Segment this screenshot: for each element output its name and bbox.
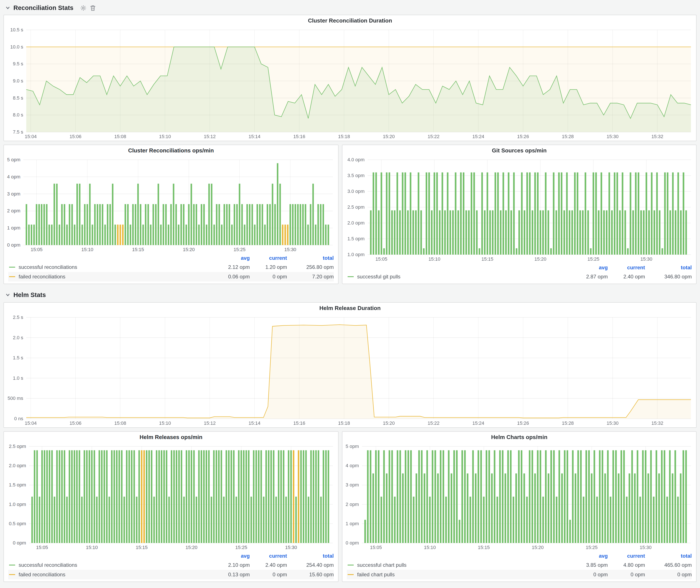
legend-row-successful: successful git pulls 2.87 opm 2.40 opm 3… <box>347 272 692 281</box>
svg-text:15:08: 15:08 <box>114 420 126 426</box>
svg-text:3 opm: 3 opm <box>7 191 20 197</box>
svg-text:15:05: 15:05 <box>370 545 382 550</box>
helm-charts-ops-chart[interactable]: 0 opm1 opm2 opm3 opm4 opm5 opm15:0515:10… <box>342 443 696 552</box>
series-color-swatch <box>9 574 15 575</box>
svg-text:15:16: 15:16 <box>293 134 305 139</box>
legend-col-avg[interactable]: avg <box>213 255 250 261</box>
svg-text:2.0 s: 2.0 s <box>13 335 23 340</box>
legend-label[interactable]: failed reconciliations <box>19 572 213 578</box>
section-title[interactable]: Helm Stats <box>13 291 46 298</box>
svg-text:0 ns: 0 ns <box>14 416 23 421</box>
svg-text:0 opm: 0 opm <box>13 540 26 546</box>
legend-total-value: 15.60 opm <box>287 572 334 578</box>
svg-text:15:30: 15:30 <box>640 545 652 550</box>
svg-text:15:10: 15:10 <box>428 256 440 262</box>
helm-release-duration-chart[interactable]: 0 ns500 ms1.0 s1.5 s2.0 s2.5 s15:0415:06… <box>4 314 696 427</box>
svg-text:15:18: 15:18 <box>338 134 350 139</box>
svg-text:15:26: 15:26 <box>517 134 529 139</box>
svg-text:7.5 s: 7.5 s <box>13 129 23 135</box>
svg-text:15:28: 15:28 <box>562 134 574 139</box>
legend-col-current[interactable]: current <box>608 553 645 559</box>
svg-text:15:15: 15:15 <box>136 545 148 550</box>
chevron-down-icon[interactable] <box>5 292 10 297</box>
svg-text:15:22: 15:22 <box>427 134 439 139</box>
series-color-swatch <box>9 565 15 565</box>
svg-text:5 opm: 5 opm <box>7 157 20 162</box>
legend-current-value: 0 opm <box>250 274 287 280</box>
panel-cluster-reconciliation-duration: Cluster Reconciliation Duration 7.5 s8.0… <box>3 15 697 141</box>
svg-text:15:20: 15:20 <box>532 545 544 550</box>
panel-title[interactable]: Helm Charts ops/min <box>342 432 696 443</box>
legend-avg-value: 0.06 opm <box>213 274 250 280</box>
legend-col-current[interactable]: current <box>250 553 287 559</box>
svg-text:10.5 s: 10.5 s <box>10 27 23 32</box>
svg-text:15:30: 15:30 <box>640 256 652 262</box>
trash-icon[interactable] <box>89 5 96 11</box>
legend-row-successful: successful reconciliations 2.10 opm 2.40… <box>8 560 334 570</box>
legend-col-total[interactable]: total <box>645 553 692 559</box>
svg-text:15:20: 15:20 <box>383 134 395 139</box>
section-title[interactable]: Reconciliation Stats <box>13 4 73 11</box>
svg-text:1.5 opm: 1.5 opm <box>9 482 26 488</box>
svg-text:15:06: 15:06 <box>69 134 81 139</box>
legend-col-current[interactable]: current <box>608 265 645 271</box>
svg-text:15:20: 15:20 <box>183 247 195 252</box>
gear-icon[interactable] <box>80 5 86 11</box>
legend-label[interactable]: successful reconciliations <box>19 264 213 270</box>
legend-col-current[interactable]: current <box>250 255 287 261</box>
legend-col-total[interactable]: total <box>287 255 334 261</box>
legend-total-value: 346.80 opm <box>645 274 692 280</box>
svg-text:15:10: 15:10 <box>81 247 93 252</box>
legend-avg-value: 2.12 opm <box>213 264 250 270</box>
svg-text:2.5 opm: 2.5 opm <box>9 444 26 449</box>
panel-title[interactable]: Git Sources ops/min <box>342 145 696 156</box>
legend-label[interactable]: failed chart pulls <box>357 572 571 578</box>
svg-text:15:06: 15:06 <box>69 420 81 426</box>
legend-current-value: 4.80 opm <box>608 562 645 568</box>
svg-text:15:04: 15:04 <box>25 420 37 426</box>
svg-text:15:30: 15:30 <box>284 247 296 252</box>
panel-title[interactable]: Cluster Reconciliations ops/min <box>4 145 338 156</box>
helm-releases-ops-chart[interactable]: 0 opm0.5 opm1.0 opm1.5 opm2.0 opm2.5 opm… <box>4 443 338 552</box>
svg-text:15:15: 15:15 <box>132 247 144 252</box>
git-sources-ops-chart[interactable]: 1.0 opm1.5 opm2.0 opm2.5 opm3.0 opm3.5 o… <box>342 156 696 263</box>
svg-text:15:26: 15:26 <box>517 420 529 426</box>
svg-text:2 opm: 2 opm <box>7 208 20 213</box>
svg-text:1.0 opm: 1.0 opm <box>347 252 365 257</box>
legend: avg current total successful reconciliat… <box>4 254 338 284</box>
legend-col-total[interactable]: total <box>287 553 334 559</box>
svg-text:0 opm: 0 opm <box>346 540 359 546</box>
dashboard: Reconciliation Stats Cluster Reconciliat… <box>0 0 700 585</box>
cluster-reconciliations-ops-chart[interactable]: 0 opm1 opm2 opm3 opm4 opm5 opm15:0515:10… <box>4 156 338 254</box>
svg-text:1.0 opm: 1.0 opm <box>9 502 26 507</box>
panel-helm-charts-ops: Helm Charts ops/min 0 opm1 opm2 opm3 opm… <box>342 431 697 582</box>
legend-col-total[interactable]: total <box>645 265 692 271</box>
legend-label[interactable]: failed reconciliations <box>19 274 213 280</box>
legend-row-successful: successful chart pulls 3.85 opm 4.80 opm… <box>347 560 692 570</box>
legend-col-avg[interactable]: avg <box>571 265 608 271</box>
legend-label[interactable]: successful chart pulls <box>357 562 571 568</box>
legend-col-avg[interactable]: avg <box>213 553 250 559</box>
svg-text:15:28: 15:28 <box>562 420 574 426</box>
legend-col-avg[interactable]: avg <box>571 553 608 559</box>
section-header-helm-stats[interactable]: Helm Stats <box>3 288 697 301</box>
svg-text:4.0 opm: 4.0 opm <box>347 157 365 162</box>
panel-title[interactable]: Helm Releases ops/min <box>4 432 338 443</box>
legend-label[interactable]: successful reconciliations <box>19 562 213 568</box>
legend-header: avg current total <box>8 552 334 560</box>
legend-row-failed: failed chart pulls 0 opm 0 opm 0 opm <box>347 570 692 579</box>
section-header-reconciliation-stats[interactable]: Reconciliation Stats <box>3 2 697 14</box>
panel-title[interactable]: Cluster Reconciliation Duration <box>4 15 696 26</box>
panel-title[interactable]: Helm Release Duration <box>4 303 696 314</box>
legend-row-failed: failed reconciliations 0.06 opm 0 opm 7.… <box>8 272 334 281</box>
svg-text:15:25: 15:25 <box>587 256 599 262</box>
legend-total-value: 256.80 opm <box>287 264 334 270</box>
chevron-down-icon[interactable] <box>5 5 10 10</box>
legend-label[interactable]: successful git pulls <box>357 274 571 280</box>
svg-text:0.5 opm: 0.5 opm <box>9 521 26 526</box>
cluster-reconciliation-duration-chart[interactable]: 7.5 s8.0 s8.5 s9.0 s9.5 s10.0 s10.5 s15:… <box>4 26 696 141</box>
svg-text:15:25: 15:25 <box>235 545 247 550</box>
svg-text:15:32: 15:32 <box>651 134 663 139</box>
svg-text:15:30: 15:30 <box>607 420 619 426</box>
svg-text:4 opm: 4 opm <box>346 463 359 468</box>
